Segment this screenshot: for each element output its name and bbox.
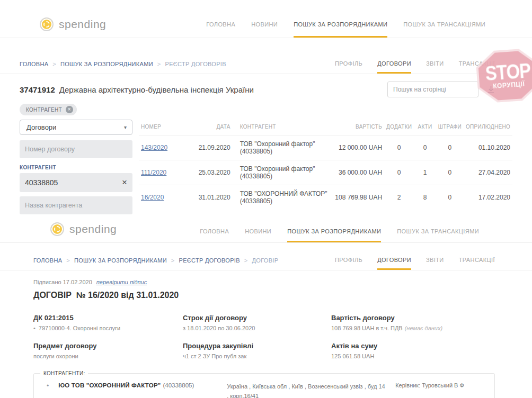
tab-reports[interactable]: ЗВІТИ	[426, 257, 444, 270]
cell-amount: 36 000.00 UAH	[331, 160, 384, 185]
crumb-search-spenders[interactable]: ПОШУК ЗА РОЗПОРЯДНИКАМИ	[60, 61, 153, 67]
col-acts: АКТИ	[414, 120, 436, 135]
contragent-code: (40338805)	[163, 382, 194, 388]
field-value: ч1 ст 2 ЗУ Про публ зак	[183, 353, 331, 359]
col-addenda: ДОДАТКИ	[384, 120, 414, 135]
field-cost: Вартість договору 108 769.98 UAH в т.ч. …	[331, 314, 495, 331]
table-row: 111/2020 25.03.2020 ТОВ "Охоронний факто…	[139, 160, 512, 185]
contract-link[interactable]: 16/2020	[141, 194, 164, 201]
contragent-address: Україна , Київська обл , Київ , Вознесен…	[227, 382, 386, 398]
tab-transactions[interactable]: ТРАНСАКЦІЇ	[459, 60, 495, 74]
nav-search-by-transactions[interactable]: ПОШУК ЗА ТРАНСАКЦІЯМИ	[403, 21, 485, 38]
tab-profile[interactable]: ПРОФІЛЬ	[335, 257, 362, 270]
tab-profile[interactable]: ПРОФІЛЬ	[335, 60, 362, 74]
registry-content: Договори ▾ КОНТРАГЕНТ × НОМЕР ДАТА КОНТР…	[0, 120, 532, 219]
main-nav-1: ГОЛОВНА НОВИНИ ПОШУК ЗА РОЗПОРЯДНИКАМИ П…	[206, 21, 485, 38]
tab-contracts[interactable]: ДОГОВОРИ	[377, 60, 411, 74]
field-acts-sum: Актів на суму 125 061.58 UAH	[331, 342, 495, 359]
org-title-row: 37471912Державна архітектурно-будівельна…	[0, 74, 532, 103]
contragent-row: • ЮО ТОВ "ОХОРОННИЙ ФАКТОР"(40338805) Ук…	[42, 382, 486, 398]
col-published: ОПРИЛЮДНЕНО	[464, 120, 512, 135]
cell-contragent: ТОВ "Охоронний фактор"(40338805)	[233, 135, 331, 160]
doc-type-select[interactable]: Договори ▾	[20, 120, 132, 135]
tab-transactions[interactable]: ТРАНСАКЦІЇ	[459, 257, 495, 270]
nav-search-by-spenders[interactable]: ПОШУК ЗА РОЗПОРЯДНИКАМИ	[287, 228, 381, 242]
page-search-input[interactable]	[393, 86, 475, 93]
nav-home[interactable]: ГОЛОВНА	[200, 228, 229, 242]
contracts-table: НОМЕР ДАТА КОНТРАГЕНТ ВАРТІСТЬ ДОДАТКИ А…	[139, 120, 512, 210]
remove-filter-icon[interactable]: ×	[66, 106, 73, 113]
page-search[interactable]	[387, 82, 478, 97]
cell-addenda: 0	[384, 160, 414, 185]
crumb-contract: ДОГОВІР	[252, 257, 279, 264]
cell-published: 01.10.2020	[464, 135, 512, 160]
contragent-code-input[interactable]	[20, 173, 132, 192]
signed-status: Підписано 17.02.2020перевірити підпис	[0, 270, 532, 285]
contragent-name-input[interactable]	[20, 196, 132, 214]
contragent-name: ЮО ТОВ "ОХОРОННИЙ ФАКТОР"(40338805)	[58, 382, 217, 388]
page: STOP КОРУПЦІЇ spending ГОЛОВНА НОВИНИ ПО…	[0, 0, 532, 398]
contract-link[interactable]: 143/2020	[141, 144, 167, 151]
table-header-row: НОМЕР ДАТА КОНТРАГЕНТ ВАРТІСТЬ ДОДАТКИ А…	[139, 120, 512, 135]
cell-addenda: 2	[384, 185, 414, 210]
field-label: Предмет договору	[33, 342, 183, 350]
cell-acts: 0	[414, 135, 436, 160]
nav-search-by-transactions[interactable]: ПОШУК ЗА ТРАНСАКЦІЯМИ	[397, 228, 479, 242]
org-code: 37471912	[20, 85, 55, 94]
nav-search-by-spenders[interactable]: ПОШУК ЗА РОЗПОРЯДНИКАМИ	[294, 21, 387, 38]
crumb-home[interactable]: ГОЛОВНА	[33, 257, 62, 264]
entity-tabs-1: ПРОФІЛЬ ДОГОВОРИ ЗВІТИ ТРАНСАКЦІЇ	[335, 60, 495, 74]
crumb-search-spenders[interactable]: ПОШУК ЗА РОЗПОРЯДНИКАМИ	[74, 257, 167, 264]
contract-title: ДОГОВІР № 16/2020 від 31.01.2020	[0, 285, 532, 300]
crumb-contracts-registry[interactable]: РЕЄСТР ДОГОВОРІВ	[179, 257, 240, 264]
spending-logo[interactable]: spending	[50, 222, 117, 242]
chevron-separator-icon: >	[157, 61, 161, 67]
field-value: з 18.01.2020 по 30.06.2020	[183, 325, 331, 331]
entity-tabs-2: ПРОФІЛЬ ДОГОВОРИ ЗВІТИ ТРАНСАКЦІЇ	[335, 257, 495, 270]
contragent-head: Керівник: Туровський В Ф	[395, 382, 464, 388]
breadcrumb-1: ГОЛОВНА> ПОШУК ЗА РОЗПОРЯДНИКАМИ> РЕЄСТР…	[20, 61, 226, 74]
doc-type-value: Договори	[26, 123, 56, 131]
nav-news[interactable]: НОВИНИ	[245, 228, 271, 242]
col-number: НОМЕР	[139, 120, 192, 135]
chevron-separator-icon: >	[244, 257, 248, 264]
spending-logo-icon	[50, 222, 64, 236]
field-value: •79710000-4. Охоронні послуги	[33, 325, 183, 331]
contract-link[interactable]: 111/2020	[141, 169, 166, 176]
field-term: Строк дії договору з 18.01.2020 по 30.06…	[183, 314, 331, 331]
contract-number-input[interactable]	[20, 140, 132, 158]
active-filters-row: КОНТРАГЕНТ ×	[0, 103, 532, 120]
spending-logo-text: spending	[59, 18, 106, 31]
crumb-home[interactable]: ГОЛОВНА	[20, 61, 48, 67]
chip-label: КОНТРАГЕНТ	[26, 107, 62, 113]
contragents-box: КОНТРАГЕНТИ: • ЮО ТОВ "ОХОРОННИЙ ФАКТОР"…	[33, 373, 495, 398]
download-icon[interactable]	[487, 85, 495, 94]
spending-logo-text: spending	[69, 223, 117, 236]
filters-sidebar: Договори ▾ КОНТРАГЕНТ ×	[20, 120, 132, 219]
field-dk: ДК 021:2015 •79710000-4. Охоронні послуг…	[33, 314, 183, 331]
contragents-box-label: КОНТРАГЕНТИ:	[40, 370, 88, 376]
spending-logo[interactable]: spending	[40, 17, 106, 38]
org-title: 37471912Державна архітектурно-будівельна…	[20, 85, 254, 94]
breadcrumb-tabs-row-1: ГОЛОВНА> ПОШУК ЗА РОЗПОРЯДНИКАМИ> РЕЄСТР…	[0, 57, 532, 74]
bullet-icon: •	[33, 325, 36, 331]
nav-news[interactable]: НОВИНИ	[251, 21, 278, 38]
contragent-filter-chip[interactable]: КОНТРАГЕНТ ×	[20, 104, 77, 115]
cell-date: 31.01.2020	[192, 185, 232, 210]
title-tools	[387, 82, 495, 97]
tab-contracts[interactable]: ДОГОВОРИ	[377, 257, 411, 270]
field-label: Вартість договору	[331, 314, 495, 322]
cell-date: 21.09.2020	[192, 135, 232, 160]
col-date: ДАТА	[192, 120, 232, 135]
cell-acts: 1	[414, 160, 436, 185]
crumb-contracts-registry: РЕЄСТР ДОГОВОРІВ	[165, 61, 226, 67]
nav-home[interactable]: ГОЛОВНА	[206, 21, 235, 38]
tab-reports[interactable]: ЗВІТИ	[426, 60, 444, 74]
verify-signature-link[interactable]: перевірити підпис	[96, 279, 147, 285]
no-data-note: (немає даних)	[405, 325, 442, 331]
clear-input-icon[interactable]: ×	[122, 177, 127, 188]
field-label: ДК 021:2015	[33, 314, 183, 322]
field-label: Процедура закупівлі	[183, 342, 331, 350]
cell-contragent: ТОВ "ОХОРОННИЙ ФАКТОР"(40338805)	[233, 185, 331, 210]
chevron-separator-icon: >	[171, 257, 175, 264]
